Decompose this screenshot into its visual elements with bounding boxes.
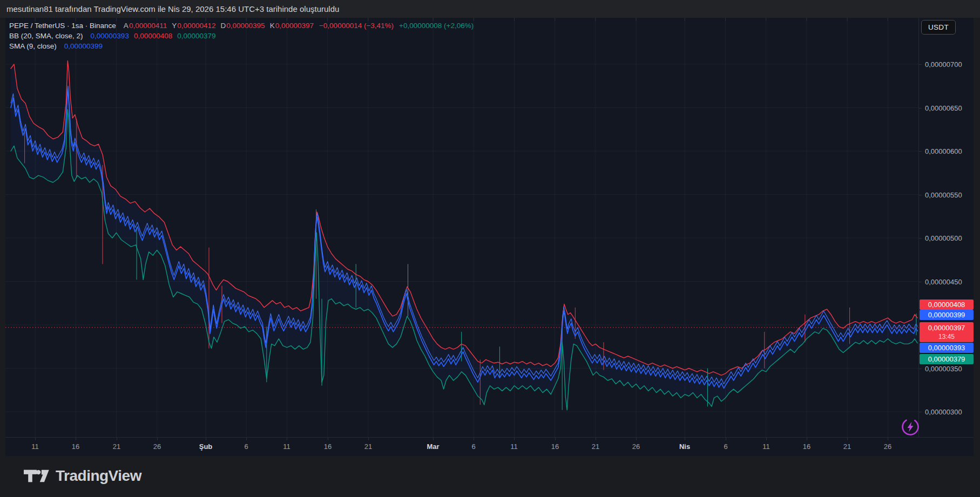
indicator-value: 0,00000379 bbox=[177, 32, 215, 40]
bb-label[interactable]: BB (20, SMA, close, 2) bbox=[9, 32, 83, 40]
ohlc-value: 0,00000395 bbox=[226, 22, 265, 30]
ohlc-value: 0,00000412 bbox=[177, 22, 215, 30]
price-badge: 0,00000379 bbox=[920, 354, 974, 364]
chart-legend: PEPE / TetherUS · 1sa · BinanceA0,000004… bbox=[9, 21, 474, 51]
time-tick bbox=[807, 438, 807, 440]
time-tick bbox=[847, 438, 848, 440]
ohlc-value: 0,00000411 bbox=[129, 22, 167, 30]
time-axis[interactable]: 11162126Şub6111621Mar611162126Nis6111621… bbox=[5, 437, 974, 456]
legend-symbol-row[interactable]: PEPE / TetherUS · 1sa · BinanceA0,000004… bbox=[9, 21, 474, 31]
tradingview-snapshot: mesutinan81 tarafından TradingView.com i… bbox=[0, 0, 980, 497]
time-label: 16 bbox=[324, 442, 332, 451]
time-tick bbox=[328, 438, 328, 440]
time-label: 21 bbox=[592, 442, 599, 451]
price-label: 0,00000350 bbox=[925, 365, 962, 373]
time-tick bbox=[685, 438, 685, 440]
price-label: 0,00000700 bbox=[925, 60, 962, 69]
price-tick bbox=[919, 151, 922, 152]
time-label: Şub bbox=[199, 442, 213, 451]
time-label: 21 bbox=[113, 442, 120, 451]
time-tick bbox=[726, 438, 726, 440]
price-tick bbox=[919, 412, 922, 412]
price-label: 0,00000650 bbox=[925, 104, 962, 112]
time-tick bbox=[888, 438, 888, 440]
time-label: 11 bbox=[510, 442, 518, 451]
price-tick bbox=[919, 369, 922, 369]
legend-sma-row[interactable]: SMA (9, close)0,00000399 bbox=[9, 41, 474, 51]
price-axis[interactable]: 0,000007000,000006500,000006000,00000550… bbox=[918, 18, 974, 437]
price-badge: 0,00000408 bbox=[920, 299, 974, 310]
price-chart[interactable] bbox=[5, 18, 918, 437]
time-tick bbox=[76, 438, 76, 440]
ohlc-letter: K bbox=[270, 22, 275, 30]
price-tick bbox=[919, 238, 922, 239]
time-label: 21 bbox=[843, 442, 851, 451]
ohlc-value: 0,00000397 bbox=[275, 22, 314, 30]
legend-bb-row[interactable]: BB (20, SMA, close, 2)0,000003930,000004… bbox=[9, 31, 474, 41]
price-label: 0,00000550 bbox=[925, 191, 962, 199]
currency-toggle-button[interactable]: USDT bbox=[921, 20, 956, 35]
time-label: 16 bbox=[803, 442, 810, 451]
symbol-title[interactable]: PEPE / TetherUS · 1sa · Binance bbox=[9, 22, 116, 30]
price-tick bbox=[919, 108, 922, 108]
footer-bar: TradingView bbox=[0, 456, 980, 497]
time-label: Mar bbox=[427, 442, 439, 451]
time-label: 16 bbox=[551, 442, 559, 451]
time-tick bbox=[117, 438, 117, 440]
bb-band-fill bbox=[11, 61, 917, 410]
chart-widget: PEPE / TetherUS · 1sa · BinanceA0,000004… bbox=[5, 18, 974, 456]
tradingview-logo-icon bbox=[24, 467, 50, 485]
indicator-value: 0,00000399 bbox=[64, 42, 103, 50]
price-label: 0,00000600 bbox=[925, 147, 962, 155]
time-tick bbox=[368, 438, 369, 440]
price-tick bbox=[919, 64, 922, 65]
time-label: 11 bbox=[283, 442, 290, 451]
time-label: 11 bbox=[762, 442, 770, 451]
chart-pane[interactable]: PEPE / TetherUS · 1sa · BinanceA0,000004… bbox=[5, 18, 918, 437]
tradingview-logo[interactable]: TradingView bbox=[24, 467, 141, 485]
ohlc-letter: A bbox=[124, 22, 129, 30]
time-tick bbox=[514, 438, 515, 440]
time-tick bbox=[206, 438, 206, 440]
price-label: 0,00000300 bbox=[925, 408, 962, 416]
time-label: 6 bbox=[244, 442, 248, 451]
time-tick bbox=[474, 438, 474, 440]
ohlc-letter: Y bbox=[172, 22, 177, 30]
time-label: 26 bbox=[884, 442, 891, 451]
price-label: 0,00000500 bbox=[925, 234, 962, 242]
time-tick bbox=[433, 438, 434, 440]
attribution-text: mesutinan81 tarafından TradingView.com i… bbox=[0, 0, 980, 18]
ohlc-letter: D bbox=[221, 22, 226, 30]
price-change-after: +0,00000008 (+2,06%) bbox=[399, 22, 474, 30]
price-tick bbox=[919, 282, 922, 282]
time-label: 26 bbox=[153, 442, 161, 451]
price-tick bbox=[919, 195, 922, 195]
time-label: 26 bbox=[632, 442, 640, 451]
time-tick bbox=[636, 438, 637, 440]
attribution-bar: mesutinan81 tarafından TradingView.com i… bbox=[0, 0, 980, 18]
price-badge: 0,00000393 bbox=[920, 343, 974, 353]
time-label: 6 bbox=[724, 442, 727, 451]
indicator-value: 0,00000393 bbox=[91, 32, 129, 40]
time-tick bbox=[766, 438, 767, 440]
time-tick bbox=[35, 438, 36, 440]
indicator-value: 0,00000408 bbox=[134, 32, 172, 40]
time-label: 6 bbox=[471, 442, 475, 451]
flash-logo-icon[interactable] bbox=[901, 417, 920, 437]
time-tick bbox=[246, 438, 247, 440]
time-label: 11 bbox=[31, 442, 39, 451]
time-label: Nis bbox=[679, 442, 690, 451]
price-badge: 0,00000399 bbox=[920, 310, 974, 320]
tradingview-wordmark: TradingView bbox=[56, 467, 141, 485]
time-tick bbox=[157, 438, 158, 440]
sma-label[interactable]: SMA (9, close) bbox=[9, 42, 57, 50]
time-label: 16 bbox=[72, 442, 79, 451]
price-badge: 0,0000039713:45 bbox=[920, 322, 974, 342]
time-tick bbox=[555, 438, 556, 440]
price-change: −0,00000014 (−3,41%) bbox=[319, 22, 394, 30]
time-label: 21 bbox=[364, 442, 372, 451]
time-tick bbox=[287, 438, 287, 440]
price-label: 0,00000450 bbox=[925, 278, 962, 286]
time-tick bbox=[596, 438, 596, 440]
